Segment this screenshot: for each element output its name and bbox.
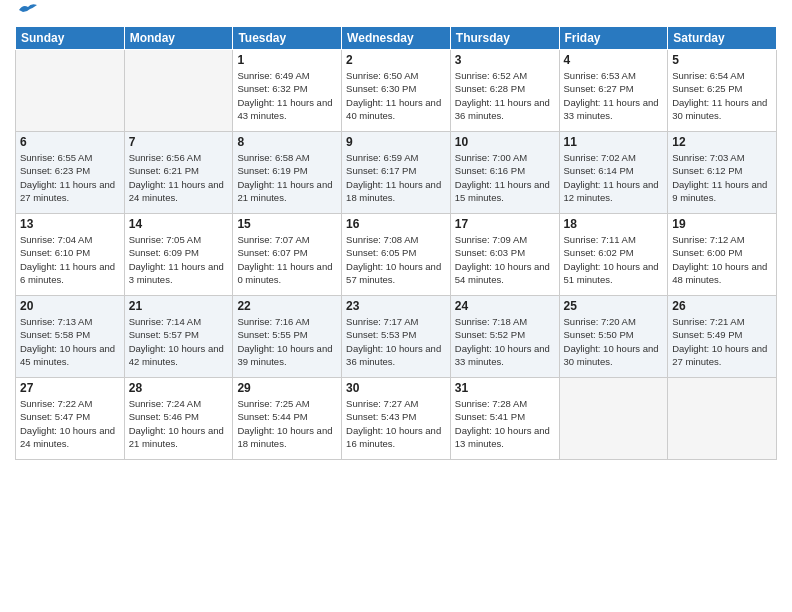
day-info: Sunrise: 7:02 AMSunset: 6:14 PMDaylight:… [564,151,664,204]
day-number: 15 [237,217,337,231]
day-info: Sunrise: 7:20 AMSunset: 5:50 PMDaylight:… [564,315,664,368]
calendar-day-cell: 3Sunrise: 6:52 AMSunset: 6:28 PMDaylight… [450,50,559,132]
day-info: Sunrise: 6:58 AMSunset: 6:19 PMDaylight:… [237,151,337,204]
calendar-table: SundayMondayTuesdayWednesdayThursdayFrid… [15,26,777,460]
day-number: 1 [237,53,337,67]
calendar-day-cell: 7Sunrise: 6:56 AMSunset: 6:21 PMDaylight… [124,132,233,214]
calendar-day-cell: 9Sunrise: 6:59 AMSunset: 6:17 PMDaylight… [342,132,451,214]
weekday-header: Friday [559,27,668,50]
day-number: 25 [564,299,664,313]
day-info: Sunrise: 6:49 AMSunset: 6:32 PMDaylight:… [237,69,337,122]
day-number: 23 [346,299,446,313]
page: SundayMondayTuesdayWednesdayThursdayFrid… [0,0,792,612]
day-info: Sunrise: 6:55 AMSunset: 6:23 PMDaylight:… [20,151,120,204]
day-number: 22 [237,299,337,313]
day-info: Sunrise: 6:56 AMSunset: 6:21 PMDaylight:… [129,151,229,204]
day-info: Sunrise: 7:13 AMSunset: 5:58 PMDaylight:… [20,315,120,368]
day-info: Sunrise: 7:08 AMSunset: 6:05 PMDaylight:… [346,233,446,286]
day-info: Sunrise: 6:50 AMSunset: 6:30 PMDaylight:… [346,69,446,122]
day-number: 17 [455,217,555,231]
calendar-week-row: 13Sunrise: 7:04 AMSunset: 6:10 PMDayligh… [16,214,777,296]
header [15,10,777,18]
calendar-day-cell: 20Sunrise: 7:13 AMSunset: 5:58 PMDayligh… [16,296,125,378]
day-number: 30 [346,381,446,395]
logo [15,10,39,18]
calendar-day-cell: 25Sunrise: 7:20 AMSunset: 5:50 PMDayligh… [559,296,668,378]
calendar-day-cell: 21Sunrise: 7:14 AMSunset: 5:57 PMDayligh… [124,296,233,378]
calendar-day-cell: 15Sunrise: 7:07 AMSunset: 6:07 PMDayligh… [233,214,342,296]
calendar-day-cell: 5Sunrise: 6:54 AMSunset: 6:25 PMDaylight… [668,50,777,132]
day-number: 14 [129,217,229,231]
day-number: 2 [346,53,446,67]
weekday-header: Saturday [668,27,777,50]
day-info: Sunrise: 7:12 AMSunset: 6:00 PMDaylight:… [672,233,772,286]
day-info: Sunrise: 7:14 AMSunset: 5:57 PMDaylight:… [129,315,229,368]
calendar-day-cell: 29Sunrise: 7:25 AMSunset: 5:44 PMDayligh… [233,378,342,460]
day-number: 31 [455,381,555,395]
calendar-week-row: 6Sunrise: 6:55 AMSunset: 6:23 PMDaylight… [16,132,777,214]
logo-bird-icon [17,2,39,18]
calendar-day-cell: 1Sunrise: 6:49 AMSunset: 6:32 PMDaylight… [233,50,342,132]
calendar-day-cell: 23Sunrise: 7:17 AMSunset: 5:53 PMDayligh… [342,296,451,378]
day-info: Sunrise: 7:03 AMSunset: 6:12 PMDaylight:… [672,151,772,204]
day-number: 26 [672,299,772,313]
day-number: 16 [346,217,446,231]
calendar-day-cell: 18Sunrise: 7:11 AMSunset: 6:02 PMDayligh… [559,214,668,296]
calendar-day-cell: 16Sunrise: 7:08 AMSunset: 6:05 PMDayligh… [342,214,451,296]
day-info: Sunrise: 7:04 AMSunset: 6:10 PMDaylight:… [20,233,120,286]
day-info: Sunrise: 7:11 AMSunset: 6:02 PMDaylight:… [564,233,664,286]
day-number: 4 [564,53,664,67]
day-info: Sunrise: 7:27 AMSunset: 5:43 PMDaylight:… [346,397,446,450]
calendar-day-cell [16,50,125,132]
day-number: 5 [672,53,772,67]
day-number: 13 [20,217,120,231]
calendar-day-cell: 22Sunrise: 7:16 AMSunset: 5:55 PMDayligh… [233,296,342,378]
calendar-week-row: 1Sunrise: 6:49 AMSunset: 6:32 PMDaylight… [16,50,777,132]
day-number: 12 [672,135,772,149]
weekday-header: Sunday [16,27,125,50]
weekday-header: Tuesday [233,27,342,50]
calendar-week-row: 20Sunrise: 7:13 AMSunset: 5:58 PMDayligh… [16,296,777,378]
day-info: Sunrise: 7:17 AMSunset: 5:53 PMDaylight:… [346,315,446,368]
day-info: Sunrise: 6:53 AMSunset: 6:27 PMDaylight:… [564,69,664,122]
calendar-day-cell: 10Sunrise: 7:00 AMSunset: 6:16 PMDayligh… [450,132,559,214]
calendar-day-cell: 28Sunrise: 7:24 AMSunset: 5:46 PMDayligh… [124,378,233,460]
calendar-day-cell: 11Sunrise: 7:02 AMSunset: 6:14 PMDayligh… [559,132,668,214]
day-number: 24 [455,299,555,313]
calendar-day-cell: 27Sunrise: 7:22 AMSunset: 5:47 PMDayligh… [16,378,125,460]
calendar-day-cell: 6Sunrise: 6:55 AMSunset: 6:23 PMDaylight… [16,132,125,214]
calendar-day-cell: 12Sunrise: 7:03 AMSunset: 6:12 PMDayligh… [668,132,777,214]
day-number: 6 [20,135,120,149]
day-number: 10 [455,135,555,149]
day-number: 9 [346,135,446,149]
day-number: 11 [564,135,664,149]
day-info: Sunrise: 7:28 AMSunset: 5:41 PMDaylight:… [455,397,555,450]
calendar-day-cell: 14Sunrise: 7:05 AMSunset: 6:09 PMDayligh… [124,214,233,296]
calendar-day-cell: 17Sunrise: 7:09 AMSunset: 6:03 PMDayligh… [450,214,559,296]
day-number: 19 [672,217,772,231]
day-info: Sunrise: 7:00 AMSunset: 6:16 PMDaylight:… [455,151,555,204]
calendar-day-cell [668,378,777,460]
calendar-day-cell: 8Sunrise: 6:58 AMSunset: 6:19 PMDaylight… [233,132,342,214]
calendar-day-cell: 30Sunrise: 7:27 AMSunset: 5:43 PMDayligh… [342,378,451,460]
day-info: Sunrise: 6:52 AMSunset: 6:28 PMDaylight:… [455,69,555,122]
day-info: Sunrise: 6:54 AMSunset: 6:25 PMDaylight:… [672,69,772,122]
calendar-day-cell: 13Sunrise: 7:04 AMSunset: 6:10 PMDayligh… [16,214,125,296]
day-info: Sunrise: 7:25 AMSunset: 5:44 PMDaylight:… [237,397,337,450]
calendar-day-cell: 2Sunrise: 6:50 AMSunset: 6:30 PMDaylight… [342,50,451,132]
calendar-day-cell [559,378,668,460]
calendar-day-cell: 24Sunrise: 7:18 AMSunset: 5:52 PMDayligh… [450,296,559,378]
day-info: Sunrise: 7:07 AMSunset: 6:07 PMDaylight:… [237,233,337,286]
day-info: Sunrise: 7:05 AMSunset: 6:09 PMDaylight:… [129,233,229,286]
day-info: Sunrise: 7:18 AMSunset: 5:52 PMDaylight:… [455,315,555,368]
day-number: 7 [129,135,229,149]
day-number: 27 [20,381,120,395]
calendar-day-cell: 31Sunrise: 7:28 AMSunset: 5:41 PMDayligh… [450,378,559,460]
calendar-day-cell: 4Sunrise: 6:53 AMSunset: 6:27 PMDaylight… [559,50,668,132]
day-number: 29 [237,381,337,395]
calendar-day-cell: 19Sunrise: 7:12 AMSunset: 6:00 PMDayligh… [668,214,777,296]
day-info: Sunrise: 6:59 AMSunset: 6:17 PMDaylight:… [346,151,446,204]
calendar-week-row: 27Sunrise: 7:22 AMSunset: 5:47 PMDayligh… [16,378,777,460]
day-info: Sunrise: 7:09 AMSunset: 6:03 PMDaylight:… [455,233,555,286]
day-info: Sunrise: 7:24 AMSunset: 5:46 PMDaylight:… [129,397,229,450]
